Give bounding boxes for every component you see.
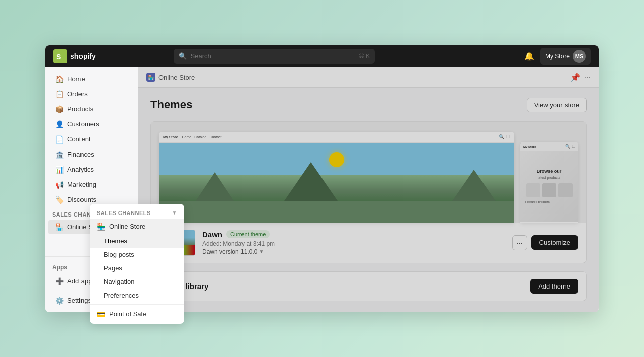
theme-preview-mobile: My Store 🔍 ☐ Browse our latest products	[520, 142, 578, 223]
theme-added: Added: Monday at 3:41 pm	[202, 240, 505, 247]
sidebar-item-finances[interactable]: 🏦 Finances	[48, 148, 135, 162]
sidebar-item-orders[interactable]: 📋 Orders	[48, 87, 135, 101]
home-icon: 🏠	[55, 75, 63, 83]
products-icon: 📦	[55, 105, 63, 113]
dropdown-sub-item-themes[interactable]: Themes	[90, 234, 184, 248]
mock-mobile-search-icon: 🔍	[565, 144, 570, 149]
sidebar-item-customers[interactable]: 👤 Customers	[48, 117, 135, 131]
dropdown-online-store-label: Online Store	[109, 223, 145, 230]
dropdown-header: Sales channels ▼	[90, 206, 184, 219]
mock-browse-text: Browse our	[537, 169, 562, 174]
theme-library-row: Theme library Add theme	[150, 271, 587, 301]
theme-preview-desktop: My Store Home Catalog Contact 🔍 ☐	[159, 132, 514, 223]
topbar-dots-icon[interactable]: ···	[584, 73, 591, 82]
sidebar-label-finances: Finances	[67, 151, 94, 158]
sidebar-label-home: Home	[67, 75, 85, 83]
view-store-button[interactable]: View your store	[527, 98, 587, 112]
sales-channels-dropdown: Sales channels ▼ 🏪 Online Store Themes B…	[90, 204, 184, 324]
dropdown-item-online-store[interactable]: 🏪 Online Store	[90, 219, 184, 234]
pin-icon[interactable]: 📌	[570, 73, 580, 82]
sidebar-label-marketing: Marketing	[67, 181, 96, 188]
content-area: 🏪 Online Store 📌 ··· Themes View your st…	[138, 67, 599, 312]
mock-grass	[159, 201, 514, 223]
dropdown-sub-item-blog-posts[interactable]: Blog posts	[90, 248, 184, 261]
search-input[interactable]	[191, 52, 355, 60]
mock-nav: My Store Home Catalog Contact 🔍 ☐	[159, 132, 514, 143]
breadcrumb-label: Online Store	[158, 74, 195, 81]
dropdown-item-point-of-sale[interactable]: 💳 Point of Sale	[90, 307, 184, 322]
dropdown-themes-label: Themes	[104, 237, 127, 245]
dropdown-chevron-icon: ▼	[172, 210, 177, 216]
add-theme-button[interactable]: Add theme	[530, 279, 578, 294]
mock-product-3	[558, 183, 573, 197]
sidebar-label-content: Content	[67, 135, 91, 143]
theme-previews: My Store Home Catalog Contact 🔍 ☐	[151, 122, 586, 223]
dropdown-preferences-label: Preferences	[104, 292, 139, 299]
content-icon: 📄	[55, 135, 63, 144]
online-store-icon: 🏪	[55, 223, 63, 231]
point-of-sale-icon: 💳	[97, 310, 105, 318]
mock-hero	[159, 143, 514, 223]
sidebar-label-settings: Settings	[67, 297, 91, 304]
topbar: S shopify 🔍 ⌘ K 🔔 My Store MS	[45, 45, 599, 67]
theme-more-button[interactable]: ···	[512, 235, 527, 250]
dropdown-pos-label: Point of Sale	[109, 310, 146, 318]
sidebar-label-orders: Orders	[67, 90, 88, 98]
add-apps-icon: ➕	[55, 277, 63, 285]
sidebar-item-analytics[interactable]: 📊 Analytics	[48, 163, 135, 177]
mock-nav-links: Home Catalog Contact	[182, 135, 222, 139]
bell-icon[interactable]: 🔔	[524, 51, 534, 61]
customize-button[interactable]: Customize	[531, 235, 578, 250]
mock-link-contact: Contact	[209, 135, 221, 139]
orders-icon: 📋	[55, 90, 63, 98]
breadcrumb: 🏪 Online Store	[146, 73, 195, 82]
mock-cart-icon: ☐	[506, 134, 510, 139]
dropdown-sub-item-pages[interactable]: Pages	[90, 261, 184, 275]
discounts-icon: 🏷️	[55, 196, 63, 204]
theme-actions: ··· Customize	[512, 235, 578, 250]
mock-product-1	[526, 183, 540, 197]
logo-text: shopify	[70, 52, 96, 60]
theme-name-row: Dawn Current theme	[202, 230, 505, 239]
mock-featured-text: Featured products	[525, 200, 573, 203]
mock-mountain2	[283, 162, 339, 202]
store-button[interactable]: My Store MS	[540, 48, 591, 65]
store-name: My Store	[545, 53, 570, 60]
marketing-icon: 📢	[55, 181, 63, 189]
dropdown-sub-item-navigation[interactable]: Navigation	[90, 275, 184, 289]
dropdown-sub-item-preferences[interactable]: Preferences	[90, 289, 184, 302]
dropdown-header-label: Sales channels	[97, 210, 151, 216]
mock-mobile-cart-icon: ☐	[572, 144, 575, 149]
search-shortcut: ⌘ K	[359, 53, 369, 59]
settings-icon: ⚙️	[55, 297, 63, 305]
mock-mountain1	[195, 172, 235, 202]
theme-info-row: Dawn Current theme Added: Monday at 3:41…	[151, 223, 586, 263]
version-chevron-icon[interactable]: ▼	[259, 249, 264, 254]
mock-link-catalog: Catalog	[194, 135, 206, 139]
page-title: Themes	[150, 98, 192, 111]
topbar-right: 🔔 My Store MS	[524, 48, 591, 65]
search-icon: 🔍	[179, 52, 187, 60]
page-header: Themes View your store	[150, 98, 587, 112]
theme-version: Dawn version 11.0.0 ▼	[202, 248, 505, 255]
sidebar-item-marketing[interactable]: 📢 Marketing	[48, 178, 135, 192]
mock-search-icon: 🔍	[499, 134, 504, 139]
mock-nav-icons: 🔍 ☐	[499, 134, 510, 139]
mock-browse-sub: latest products	[538, 176, 561, 179]
finances-icon: 🏦	[55, 151, 63, 159]
sidebar-item-content[interactable]: 📄 Content	[48, 132, 135, 147]
theme-details: Dawn Current theme Added: Monday at 3:41…	[202, 230, 505, 255]
svg-text:S: S	[56, 53, 61, 61]
page-content: Themes View your store My Store Home	[138, 88, 599, 312]
sidebar-item-home[interactable]: 🏠 Home	[48, 72, 135, 86]
dropdown-navigation-label: Navigation	[104, 278, 134, 285]
search-bar[interactable]: 🔍 ⌘ K	[174, 49, 375, 64]
content-topbar: 🏪 Online Store 📌 ···	[138, 67, 599, 88]
mock-mobile-hero: Browse our latest products Featured prod…	[520, 151, 578, 222]
sidebar-label-discounts: Discounts	[67, 196, 96, 203]
sidebar-item-products[interactable]: 📦 Products	[48, 102, 135, 116]
breadcrumb-icon: 🏪	[146, 73, 155, 82]
mock-product-2	[542, 183, 556, 197]
mock-logo: My Store	[163, 135, 178, 139]
customers-icon: 👤	[55, 120, 63, 128]
